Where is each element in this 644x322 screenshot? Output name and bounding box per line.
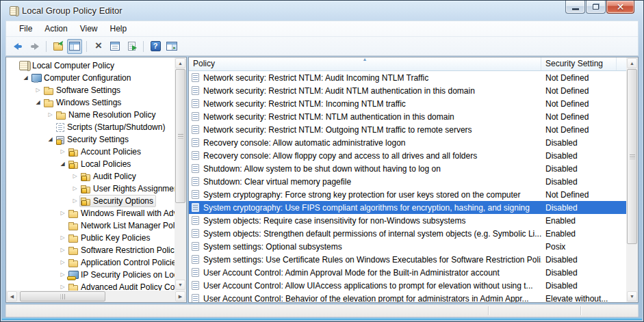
scroll-right-arrow[interactable]: ▶ [175, 291, 185, 301]
scroll-up-arrow[interactable]: ▲ [175, 58, 185, 68]
scroll-left-arrow[interactable]: ◀ [7, 291, 17, 301]
tree-vscroll-thumb[interactable] [175, 69, 185, 203]
policy-name: Shutdown: Clear virtual memory pagefile [203, 177, 351, 187]
policy-row[interactable]: Network security: Restrict NTLM: Incomin… [189, 97, 626, 110]
collapsed-arrow-icon[interactable]: ▷ [58, 232, 67, 244]
expanded-arrow-icon[interactable]: ◢ [34, 96, 42, 109]
tree-item-highlight: Network List Manager Polici [67, 219, 175, 232]
collapsed-arrow-icon[interactable]: ▷ [58, 244, 67, 256]
tree-item-network-list-manager-polici[interactable]: Network List Manager Polici [6, 219, 175, 232]
collapsed-arrow-icon[interactable]: ▷ [58, 207, 67, 219]
policy-icon [192, 229, 199, 238]
tree-item-software-restriction-policies[interactable]: ▷Software Restriction Policies [6, 244, 175, 256]
policy-row[interactable]: Network security: Restrict NTLM: Audit N… [189, 84, 626, 97]
tree-item-ip-security-policies-on-local[interactable]: ▷IP Security Policies on Local [6, 269, 175, 281]
tree-item-advanced-audit-policy-conf[interactable]: ▷Advanced Audit Policy Conf [6, 281, 175, 291]
scroll-down-arrow[interactable]: ▼ [627, 291, 637, 301]
list-vertical-scrollbar[interactable]: ▲ ▼ [626, 57, 638, 302]
policy-name: Network security: Restrict NTLM: Audit N… [203, 86, 475, 96]
menu-help[interactable]: Help [104, 22, 133, 36]
collapsed-arrow-icon[interactable]: ▷ [34, 84, 42, 96]
tree-item-label: Software Restriction Policies [81, 245, 175, 255]
action-pane-toggle-button[interactable] [164, 39, 179, 54]
back-button[interactable] [10, 39, 25, 54]
policy-row[interactable]: Network security: Restrict NTLM: Audit I… [189, 71, 626, 84]
policy-row[interactable]: Shutdown: Allow system to be shut down w… [189, 162, 626, 175]
tree-item-name-resolution-policy[interactable]: ▷Name Resolution Policy [6, 109, 175, 121]
tree-item-account-policies[interactable]: ▷Account Policies [6, 146, 175, 158]
policy-row[interactable]: System objects: Require case insensitivi… [189, 214, 626, 227]
forward-button[interactable] [27, 39, 42, 54]
collapsed-arrow-icon[interactable]: ▷ [58, 146, 67, 158]
policy-icon [192, 242, 199, 251]
properties-button[interactable] [107, 39, 123, 54]
restore-button[interactable] [586, 1, 606, 14]
console-tree-toggle-button[interactable] [67, 39, 82, 54]
tree-item-public-key-policies[interactable]: ▷Public Key Policies [6, 232, 175, 244]
tree-horizontal-scrollbar[interactable]: ◀ ▶ [6, 291, 186, 302]
security-setting-cell: Disabled [541, 203, 626, 213]
policy-row[interactable]: Network security: Restrict NTLM: Outgoin… [189, 123, 626, 136]
export-list-button[interactable] [124, 39, 139, 54]
policy-cell: Shutdown: Clear virtual memory pagefile [189, 177, 541, 187]
column-header-security-setting[interactable]: Security Setting [541, 57, 617, 70]
policy-row[interactable]: System cryptography: Force strong key pr… [189, 188, 626, 201]
tree-item-label: Computer Configuration [44, 73, 131, 83]
list-vscroll-thumb[interactable] [627, 69, 637, 244]
tree-vertical-scrollbar[interactable]: ▲ ▼ [175, 57, 186, 291]
scroll-down-arrow[interactable]: ▼ [175, 280, 185, 290]
console-tree: Local Computer Policy◢Computer Configura… [6, 57, 175, 291]
tree-item-security-settings[interactable]: ◢Security Settings [6, 133, 175, 146]
tree-item-audit-policy[interactable]: ▷Audit Policy [6, 170, 175, 183]
folder-icon [68, 211, 78, 218]
tree-item-windows-settings[interactable]: ◢Windows Settings [6, 96, 175, 109]
policy-row[interactable]: System objects: Strengthen default permi… [189, 227, 626, 240]
up-one-level-button[interactable] [51, 39, 66, 54]
tree-item-local-computer-policy[interactable]: Local Computer Policy [6, 59, 175, 72]
expanded-arrow-icon[interactable]: ◢ [21, 72, 30, 84]
tree-item-user-rights-assignment[interactable]: ▷User Rights Assignment [6, 183, 175, 195]
policy-row[interactable]: Network security: Restrict NTLM: NTLM au… [189, 110, 626, 123]
policy-row[interactable]: System cryptography: Use FIPS compliant … [189, 201, 626, 214]
collapsed-arrow-icon[interactable]: ▷ [58, 269, 67, 281]
collapsed-arrow-icon[interactable]: ▷ [70, 183, 79, 195]
tree-item-label: Security Options [93, 196, 153, 206]
minimize-button[interactable] [565, 1, 585, 14]
policy-row[interactable]: Recovery console: Allow automatic admini… [189, 136, 626, 149]
collapsed-arrow-icon[interactable]: ▷ [46, 109, 55, 121]
policy-row[interactable]: User Account Control: Admin Approval Mod… [189, 266, 626, 279]
policy-row[interactable]: System settings: Use Certificate Rules o… [189, 253, 626, 266]
collapsed-arrow-icon[interactable]: ▷ [58, 281, 67, 291]
policy-row[interactable]: Shutdown: Clear virtual memory pagefileD… [189, 175, 626, 188]
policy-row[interactable]: System settings: Optional subsystemsPosi… [189, 240, 626, 253]
close-button[interactable]: ✕ [606, 1, 634, 14]
policy-cell: Network security: Restrict NTLM: NTLM au… [189, 112, 541, 122]
expanded-arrow-icon[interactable]: ◢ [46, 133, 55, 146]
collapsed-arrow-icon[interactable]: ▷ [70, 170, 79, 183]
delete-button[interactable]: × [91, 39, 106, 54]
tree-item-local-policies[interactable]: ◢Local Policies [6, 158, 175, 170]
tree-item-scripts-startup-shutdown[interactable]: Scripts (Startup/Shutdown) [6, 121, 175, 133]
menu-file[interactable]: File [13, 22, 38, 36]
menu-view[interactable]: View [74, 22, 104, 36]
tree-item-security-options[interactable]: ▷Security Options [6, 195, 175, 207]
title-bar[interactable]: Local Group Policy Editor ✕ [5, 1, 639, 21]
collapsed-arrow-icon[interactable]: ▷ [70, 195, 79, 207]
collapsed-arrow-icon[interactable]: ▷ [58, 256, 67, 269]
tree-item-windows-firewall-with-adva[interactable]: ▷Windows Firewall with Adva [6, 207, 175, 219]
tree-item-software-settings[interactable]: ▷Software Settings [6, 84, 175, 96]
menu-action[interactable]: Action [38, 22, 73, 36]
tree-item-label: Software Settings [56, 85, 120, 95]
policy-row[interactable]: Recovery console: Allow floppy copy and … [189, 149, 626, 162]
policy-row[interactable]: User Account Control: Behavior of the el… [189, 292, 626, 302]
column-header-policy[interactable]: Policy▲ [189, 57, 541, 70]
tree-hscroll-thumb[interactable] [20, 291, 105, 301]
tree-item-computer-configuration[interactable]: ◢Computer Configuration [6, 72, 175, 84]
policy-icon [192, 99, 199, 108]
policy-row[interactable]: User Account Control: Allow UIAccess app… [189, 279, 626, 292]
tree-item-application-control-policies[interactable]: ▷Application Control Policies [6, 256, 175, 269]
scroll-up-arrow[interactable]: ▲ [627, 58, 637, 68]
policy-cell: User Account Control: Behavior of the el… [189, 294, 541, 303]
expanded-arrow-icon[interactable]: ◢ [58, 158, 67, 170]
help-button[interactable] [148, 39, 163, 54]
